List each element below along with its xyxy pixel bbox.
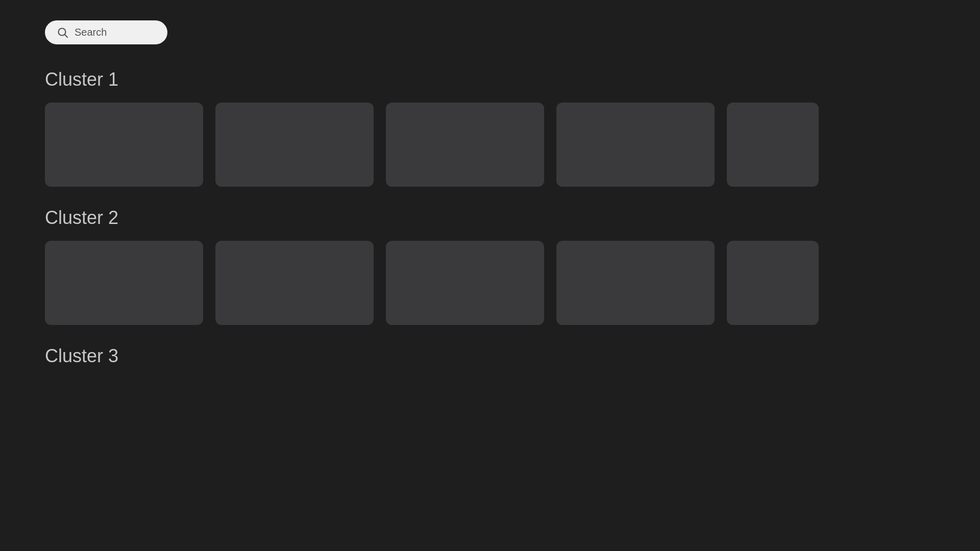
cluster-2-title: Cluster 2 — [45, 207, 935, 229]
search-placeholder: Search — [75, 27, 107, 38]
list-item[interactable] — [556, 241, 715, 325]
cluster-1-title: Cluster 1 — [45, 69, 935, 90]
list-item[interactable] — [556, 103, 715, 187]
list-item[interactable] — [386, 241, 544, 325]
list-item[interactable] — [727, 103, 819, 187]
search-icon — [57, 27, 68, 38]
cluster-2-section: Cluster 2 — [45, 207, 935, 325]
list-item[interactable] — [45, 241, 203, 325]
svg-line-1 — [65, 34, 67, 37]
list-item[interactable] — [45, 103, 203, 187]
cluster-3-section: Cluster 3 — [45, 345, 935, 367]
search-bar[interactable]: Search — [45, 20, 167, 44]
list-item[interactable] — [386, 103, 544, 187]
list-item[interactable] — [727, 241, 819, 325]
page-container: Search Cluster 1 Cluster 2 Cluster 3 — [0, 0, 980, 408]
cluster-1-section: Cluster 1 — [45, 69, 935, 187]
cluster-3-title: Cluster 3 — [45, 345, 935, 367]
list-item[interactable] — [215, 241, 374, 325]
list-item[interactable] — [215, 103, 374, 187]
cluster-2-cards — [45, 241, 935, 325]
cluster-1-cards — [45, 103, 935, 187]
